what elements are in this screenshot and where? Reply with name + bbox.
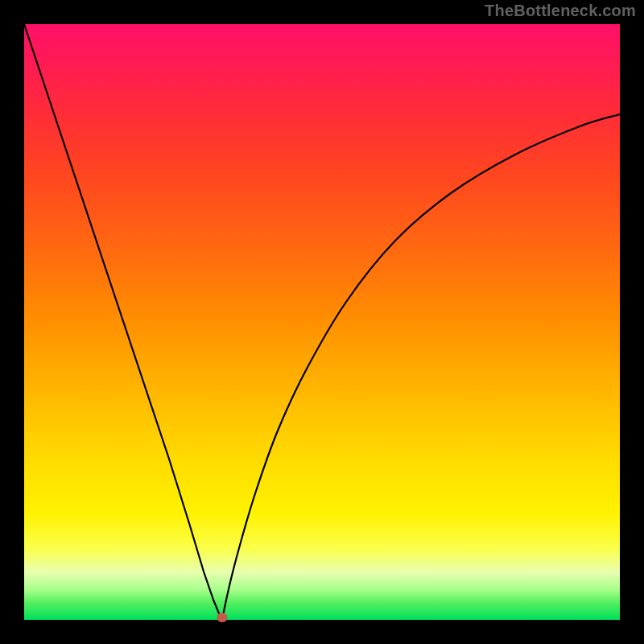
- chart-frame: TheBottleneck.com: [0, 0, 644, 644]
- curve-left-branch: [24, 24, 222, 620]
- minimum-marker: [217, 613, 228, 622]
- curve-svg: [24, 24, 620, 620]
- watermark-text: TheBottleneck.com: [485, 2, 636, 20]
- curve-right-branch: [222, 114, 620, 620]
- plot-area: [24, 24, 620, 620]
